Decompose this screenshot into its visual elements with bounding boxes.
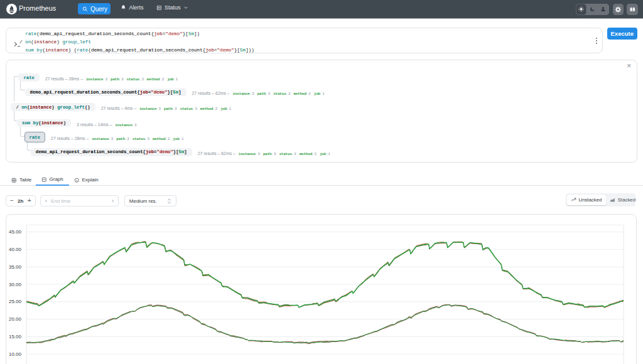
- svg-text:15.00: 15.00: [9, 334, 22, 340]
- svg-text:20.00: 20.00: [9, 316, 22, 322]
- svg-text:35.00: 35.00: [9, 264, 22, 270]
- svg-text:45.00: 45.00: [9, 229, 22, 235]
- svg-text:25.00: 25.00: [9, 299, 22, 304]
- svg-text:40.00: 40.00: [9, 247, 22, 252]
- svg-text:30.00: 30.00: [9, 282, 22, 287]
- svg-text:10.00: 10.00: [9, 351, 22, 357]
